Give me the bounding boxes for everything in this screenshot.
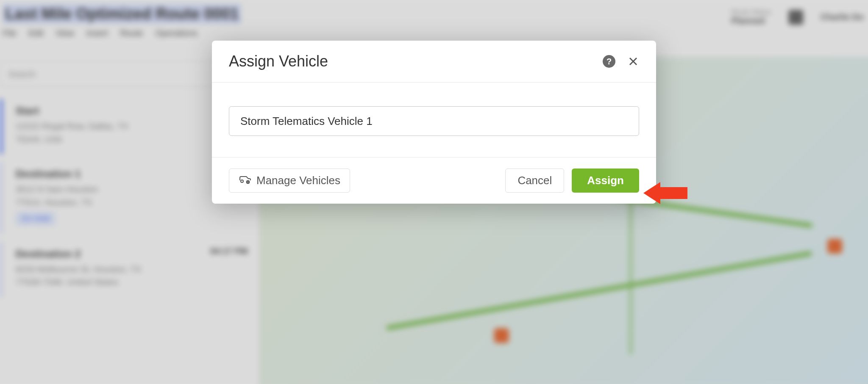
help-icon[interactable]: ? [603,55,615,68]
close-icon[interactable] [627,55,639,67]
svg-point-2 [241,180,243,182]
red-arrow-annotation [643,180,690,206]
svg-marker-5 [643,182,687,204]
modal-title: Assign Vehicle [229,52,603,70]
vehicle-input[interactable] [229,106,639,136]
svg-point-4 [248,182,249,183]
manage-vehicles-button[interactable]: Manage Vehicles [229,169,350,193]
assign-vehicle-modal: Assign Vehicle ? Manage Vehicles [212,41,656,204]
vehicle-gear-icon [239,174,251,187]
manage-vehicles-label: Manage Vehicles [256,174,340,187]
assign-button[interactable]: Assign [572,169,639,193]
assign-label: Assign [587,174,624,187]
cancel-label: Cancel [517,174,552,187]
cancel-button[interactable]: Cancel [505,169,564,193]
